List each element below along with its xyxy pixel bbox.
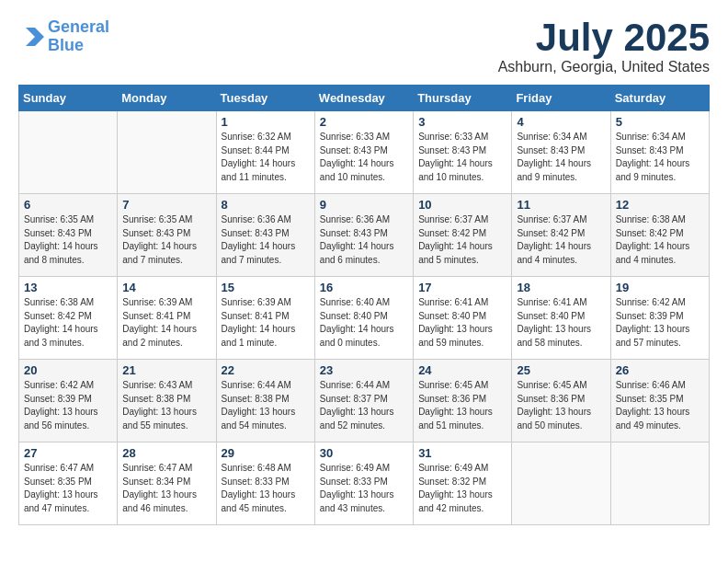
calendar-cell: 7Sunrise: 6:35 AM Sunset: 8:43 PM Daylig… bbox=[118, 194, 216, 277]
day-number: 15 bbox=[222, 281, 310, 294]
calendar: SundayMondayTuesdayWednesdayThursdayFrid… bbox=[18, 85, 710, 525]
day-info: Sunrise: 6:33 AM Sunset: 8:43 PM Dayligh… bbox=[320, 131, 408, 184]
calendar-cell: 3Sunrise: 6:33 AM Sunset: 8:43 PM Daylig… bbox=[414, 111, 512, 194]
day-info: Sunrise: 6:32 AM Sunset: 8:44 PM Dayligh… bbox=[222, 131, 310, 184]
day-info: Sunrise: 6:41 AM Sunset: 8:40 PM Dayligh… bbox=[517, 296, 605, 350]
day-info: Sunrise: 6:34 AM Sunset: 8:43 PM Dayligh… bbox=[616, 131, 704, 184]
day-number: 4 bbox=[517, 115, 605, 129]
calendar-cell: 26Sunrise: 6:46 AM Sunset: 8:35 PM Dayli… bbox=[610, 360, 709, 442]
day-number: 7 bbox=[122, 198, 210, 212]
day-info: Sunrise: 6:36 AM Sunset: 8:43 PM Dayligh… bbox=[320, 213, 408, 267]
calendar-cell: 25Sunrise: 6:45 AM Sunset: 8:36 PM Dayli… bbox=[512, 360, 610, 442]
day-number: 16 bbox=[320, 281, 408, 294]
calendar-cell: 12Sunrise: 6:38 AM Sunset: 8:42 PM Dayli… bbox=[610, 194, 709, 277]
day-number: 12 bbox=[616, 198, 704, 212]
day-info: Sunrise: 6:34 AM Sunset: 8:43 PM Dayligh… bbox=[517, 131, 605, 184]
day-number: 29 bbox=[222, 446, 310, 460]
calendar-cell: 20Sunrise: 6:42 AM Sunset: 8:39 PM Dayli… bbox=[19, 360, 118, 442]
day-info: Sunrise: 6:35 AM Sunset: 8:43 PM Dayligh… bbox=[122, 213, 210, 267]
day-number: 5 bbox=[616, 115, 704, 129]
week-row-3: 13Sunrise: 6:38 AM Sunset: 8:42 PM Dayli… bbox=[19, 277, 710, 360]
calendar-cell: 30Sunrise: 6:49 AM Sunset: 8:33 PM Dayli… bbox=[314, 442, 413, 525]
calendar-cell: 13Sunrise: 6:38 AM Sunset: 8:42 PM Dayli… bbox=[19, 277, 118, 360]
day-number: 9 bbox=[320, 198, 408, 212]
day-number: 30 bbox=[320, 446, 408, 460]
calendar-cell: 9Sunrise: 6:36 AM Sunset: 8:43 PM Daylig… bbox=[314, 194, 413, 277]
day-info: Sunrise: 6:40 AM Sunset: 8:40 PM Dayligh… bbox=[320, 296, 408, 350]
week-row-2: 6Sunrise: 6:35 AM Sunset: 8:43 PM Daylig… bbox=[19, 194, 710, 277]
week-row-5: 27Sunrise: 6:47 AM Sunset: 8:35 PM Dayli… bbox=[19, 442, 710, 525]
day-info: Sunrise: 6:36 AM Sunset: 8:43 PM Dayligh… bbox=[222, 213, 310, 267]
calendar-cell: 31Sunrise: 6:49 AM Sunset: 8:32 PM Dayli… bbox=[414, 442, 512, 525]
calendar-cell: 27Sunrise: 6:47 AM Sunset: 8:35 PM Dayli… bbox=[19, 442, 118, 525]
weekday-thursday: Thursday bbox=[414, 86, 512, 111]
calendar-cell: 11Sunrise: 6:37 AM Sunset: 8:42 PM Dayli… bbox=[512, 194, 610, 277]
day-number: 8 bbox=[222, 198, 310, 212]
calendar-cell: 23Sunrise: 6:44 AM Sunset: 8:37 PM Dayli… bbox=[314, 360, 413, 442]
day-number: 19 bbox=[616, 281, 704, 294]
weekday-wednesday: Wednesday bbox=[314, 86, 413, 111]
day-number: 1 bbox=[222, 115, 310, 129]
calendar-cell: 10Sunrise: 6:37 AM Sunset: 8:42 PM Dayli… bbox=[414, 194, 512, 277]
svg-marker-0 bbox=[26, 28, 44, 46]
day-info: Sunrise: 6:35 AM Sunset: 8:43 PM Dayligh… bbox=[24, 213, 112, 267]
day-number: 23 bbox=[320, 363, 408, 377]
day-number: 20 bbox=[24, 363, 112, 377]
calendar-cell bbox=[19, 111, 118, 194]
calendar-cell bbox=[118, 111, 216, 194]
day-info: Sunrise: 6:37 AM Sunset: 8:42 PM Dayligh… bbox=[517, 213, 605, 267]
day-info: Sunrise: 6:48 AM Sunset: 8:33 PM Dayligh… bbox=[222, 462, 310, 515]
calendar-cell: 21Sunrise: 6:43 AM Sunset: 8:38 PM Dayli… bbox=[118, 360, 216, 442]
weekday-tuesday: Tuesday bbox=[216, 86, 314, 111]
logo: General Blue bbox=[18, 18, 109, 55]
day-number: 24 bbox=[418, 363, 506, 377]
day-info: Sunrise: 6:39 AM Sunset: 8:41 PM Dayligh… bbox=[222, 296, 310, 350]
day-number: 10 bbox=[418, 198, 506, 212]
calendar-cell: 17Sunrise: 6:41 AM Sunset: 8:40 PM Dayli… bbox=[414, 277, 512, 360]
day-info: Sunrise: 6:47 AM Sunset: 8:34 PM Dayligh… bbox=[122, 462, 210, 515]
calendar-cell: 19Sunrise: 6:42 AM Sunset: 8:39 PM Dayli… bbox=[610, 277, 709, 360]
day-info: Sunrise: 6:41 AM Sunset: 8:40 PM Dayligh… bbox=[418, 296, 506, 350]
calendar-cell: 24Sunrise: 6:45 AM Sunset: 8:36 PM Dayli… bbox=[414, 360, 512, 442]
logo-text: General Blue bbox=[48, 18, 109, 55]
calendar-cell: 1Sunrise: 6:32 AM Sunset: 8:44 PM Daylig… bbox=[216, 111, 314, 194]
day-info: Sunrise: 6:45 AM Sunset: 8:36 PM Dayligh… bbox=[517, 379, 605, 432]
day-info: Sunrise: 6:38 AM Sunset: 8:42 PM Dayligh… bbox=[24, 296, 112, 350]
weekday-saturday: Saturday bbox=[610, 86, 709, 111]
week-row-1: 1Sunrise: 6:32 AM Sunset: 8:44 PM Daylig… bbox=[19, 111, 710, 194]
day-info: Sunrise: 6:42 AM Sunset: 8:39 PM Dayligh… bbox=[616, 296, 704, 350]
day-number: 2 bbox=[320, 115, 408, 129]
calendar-cell: 29Sunrise: 6:48 AM Sunset: 8:33 PM Dayli… bbox=[216, 442, 314, 525]
calendar-cell: 18Sunrise: 6:41 AM Sunset: 8:40 PM Dayli… bbox=[512, 277, 610, 360]
weekday-monday: Monday bbox=[118, 86, 216, 111]
weekday-header-row: SundayMondayTuesdayWednesdayThursdayFrid… bbox=[19, 86, 710, 111]
day-number: 14 bbox=[122, 281, 210, 294]
day-number: 17 bbox=[418, 281, 506, 294]
day-number: 13 bbox=[24, 281, 112, 294]
day-number: 25 bbox=[517, 363, 605, 377]
day-number: 21 bbox=[122, 363, 210, 377]
day-info: Sunrise: 6:49 AM Sunset: 8:32 PM Dayligh… bbox=[418, 462, 506, 515]
weekday-friday: Friday bbox=[512, 86, 610, 111]
location-title: Ashburn, Georgia, United States bbox=[498, 59, 710, 75]
day-info: Sunrise: 6:44 AM Sunset: 8:37 PM Dayligh… bbox=[320, 379, 408, 432]
title-area: July 2025 Ashburn, Georgia, United State… bbox=[498, 18, 710, 75]
calendar-cell: 16Sunrise: 6:40 AM Sunset: 8:40 PM Dayli… bbox=[314, 277, 413, 360]
day-info: Sunrise: 6:33 AM Sunset: 8:43 PM Dayligh… bbox=[418, 131, 506, 184]
calendar-cell: 15Sunrise: 6:39 AM Sunset: 8:41 PM Dayli… bbox=[216, 277, 314, 360]
day-number: 11 bbox=[517, 198, 605, 212]
day-number: 18 bbox=[517, 281, 605, 294]
calendar-cell bbox=[512, 442, 610, 525]
day-info: Sunrise: 6:44 AM Sunset: 8:38 PM Dayligh… bbox=[222, 379, 310, 432]
day-info: Sunrise: 6:38 AM Sunset: 8:42 PM Dayligh… bbox=[616, 213, 704, 267]
day-info: Sunrise: 6:49 AM Sunset: 8:33 PM Dayligh… bbox=[320, 462, 408, 515]
logo-blue: Blue bbox=[48, 36, 84, 54]
day-number: 3 bbox=[418, 115, 506, 129]
calendar-cell: 8Sunrise: 6:36 AM Sunset: 8:43 PM Daylig… bbox=[216, 194, 314, 277]
day-number: 22 bbox=[222, 363, 310, 377]
day-info: Sunrise: 6:39 AM Sunset: 8:41 PM Dayligh… bbox=[122, 296, 210, 350]
day-info: Sunrise: 6:37 AM Sunset: 8:42 PM Dayligh… bbox=[418, 213, 506, 267]
calendar-cell bbox=[610, 442, 709, 525]
calendar-cell: 5Sunrise: 6:34 AM Sunset: 8:43 PM Daylig… bbox=[610, 111, 709, 194]
day-number: 31 bbox=[418, 446, 506, 460]
